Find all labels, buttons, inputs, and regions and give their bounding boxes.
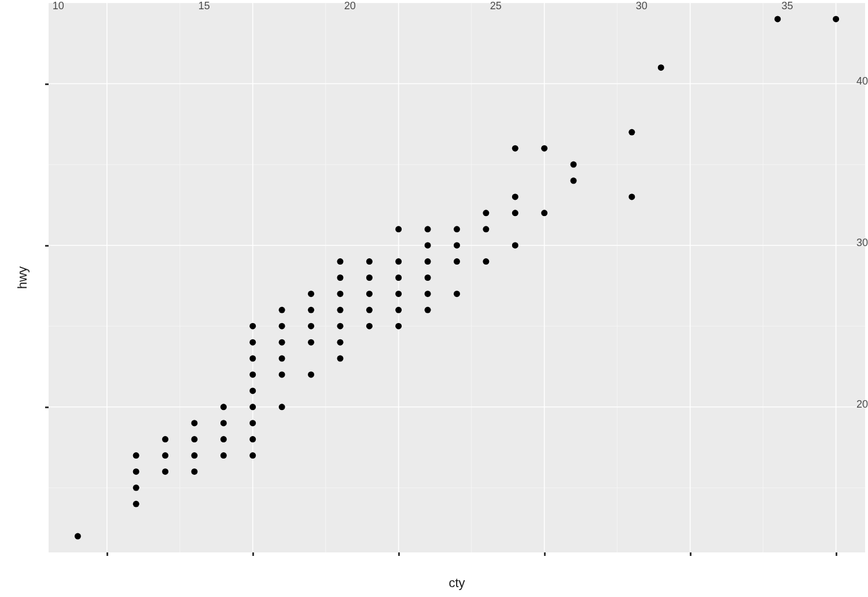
data-point — [191, 452, 197, 459]
data-point — [191, 468, 197, 475]
x-tick-label: 10 — [53, 0, 64, 12]
data-point — [308, 291, 314, 297]
data-point — [366, 307, 373, 313]
data-point — [249, 323, 256, 329]
data-point — [366, 291, 373, 297]
data-point — [395, 226, 402, 232]
data-point — [279, 339, 285, 346]
y-axis-ticks — [45, 3, 49, 552]
data-point — [133, 468, 139, 475]
data-point — [483, 210, 489, 216]
grid-minor — [49, 3, 865, 552]
x-tick — [106, 552, 108, 556]
data-point — [279, 323, 285, 329]
data-point — [425, 291, 431, 297]
y-tick-label: 40 — [856, 75, 868, 87]
data-point — [337, 323, 343, 329]
y-tick — [45, 83, 49, 85]
y-axis-title: hwy — [15, 3, 30, 552]
data-point — [628, 193, 635, 200]
data-point — [249, 387, 256, 394]
data-point — [454, 291, 460, 297]
data-point — [366, 274, 373, 281]
data-point — [571, 162, 577, 168]
y-tick — [45, 406, 49, 408]
data-point — [337, 307, 343, 313]
y-tick-label: 20 — [856, 398, 868, 410]
data-point — [395, 291, 402, 297]
data-point — [191, 436, 197, 442]
data-point — [162, 468, 168, 475]
data-point — [512, 242, 518, 248]
data-point — [512, 210, 518, 216]
data-point — [512, 193, 518, 200]
data-point — [541, 210, 547, 216]
data-point — [512, 145, 518, 152]
plot-panel — [49, 3, 865, 552]
x-tick-label: 25 — [490, 0, 502, 12]
x-tick-label: 30 — [636, 0, 648, 12]
x-tick-label: 20 — [344, 0, 356, 12]
data-point — [249, 404, 256, 410]
data-point — [133, 452, 139, 459]
data-point — [425, 242, 431, 248]
data-point — [249, 420, 256, 426]
data-point — [454, 242, 460, 248]
data-point — [454, 226, 460, 232]
data-point — [337, 291, 343, 297]
data-point — [628, 129, 635, 135]
scatter-chart: 203040 101520253035 cty hwy — [0, 0, 868, 597]
data-point — [833, 16, 839, 22]
data-point — [395, 323, 402, 329]
data-point — [571, 178, 577, 184]
data-point — [541, 145, 547, 152]
data-point — [774, 16, 781, 22]
data-point — [308, 323, 314, 329]
data-point — [133, 485, 139, 491]
y-tick — [45, 245, 49, 247]
grid-major — [49, 3, 865, 552]
x-tick-label: 35 — [782, 0, 793, 12]
data-point — [425, 274, 431, 281]
data-point — [249, 452, 256, 459]
data-point — [249, 339, 256, 346]
data-point — [425, 258, 431, 265]
data-point — [308, 339, 314, 346]
x-tick-label: 15 — [198, 0, 210, 12]
data-point — [162, 452, 168, 459]
data-point — [279, 371, 285, 378]
x-axis-title: cty — [49, 576, 865, 591]
x-tick — [836, 552, 837, 556]
data-point — [395, 274, 402, 281]
data-point — [220, 452, 227, 459]
data-point — [395, 258, 402, 265]
data-point — [454, 258, 460, 265]
data-point — [337, 258, 343, 265]
data-point — [279, 356, 285, 362]
data-point — [279, 404, 285, 410]
data-point — [483, 258, 489, 265]
data-point — [191, 420, 197, 426]
data-point — [220, 436, 227, 442]
data-point — [425, 226, 431, 232]
plot-svg — [49, 3, 865, 552]
data-point — [337, 356, 343, 362]
data-point — [75, 533, 81, 540]
x-tick — [398, 552, 400, 556]
data-point — [133, 501, 139, 507]
data-point — [337, 339, 343, 346]
data-point — [220, 404, 227, 410]
y-tick-label: 30 — [856, 236, 868, 248]
data-point — [395, 307, 402, 313]
data-point — [658, 64, 664, 71]
x-axis-ticks — [49, 552, 865, 556]
data-point — [162, 436, 168, 442]
x-tick — [690, 552, 692, 556]
data-point — [279, 307, 285, 313]
data-point — [366, 323, 373, 329]
data-point — [249, 371, 256, 378]
data-point — [220, 420, 227, 426]
data-point — [308, 371, 314, 378]
x-tick — [544, 552, 546, 556]
data-point — [249, 436, 256, 442]
